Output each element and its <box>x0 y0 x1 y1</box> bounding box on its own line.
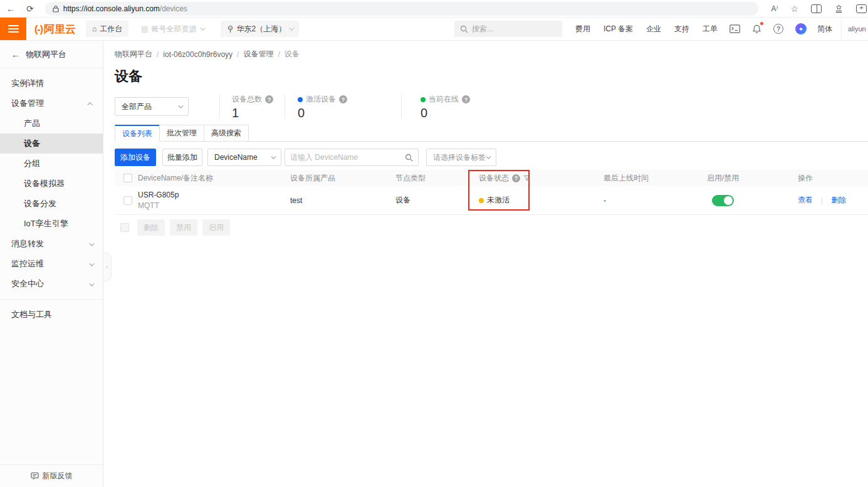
tab-actions-icon[interactable]: + <box>856 4 867 13</box>
feedback-icon <box>31 472 39 480</box>
terminal-icon[interactable] <box>729 24 740 33</box>
logo-bracket: (-) <box>34 24 43 35</box>
device-protocol: MQTT <box>138 201 159 211</box>
nav-link-enterprise[interactable]: 企业 <box>646 24 661 34</box>
stat-online-devices: 当前在线 ? 0 <box>421 95 483 118</box>
region-selector[interactable]: 华东2（上海） <box>221 21 300 37</box>
sidebar-item-groups[interactable]: 分组 <box>0 154 103 174</box>
sidebar-item-iot-twin-engine[interactable]: IoT孪生引擎 <box>0 214 103 234</box>
sidebar-item-device-simulator[interactable]: 设备模拟器 <box>0 174 103 194</box>
nav-link-billing[interactable]: 费用 <box>575 24 590 34</box>
stat-total-value: 1 <box>232 107 285 119</box>
aliyun-logo[interactable]: (-) 阿里云 <box>34 22 76 36</box>
device-toolbar: 添加设备 批量添加 DeviceName 请选择设备标签 <box>115 149 868 166</box>
help-circle-icon[interactable]: ? <box>512 174 520 182</box>
batch-select-checkbox[interactable] <box>120 223 129 232</box>
sidebar-item-instance-details[interactable]: 实例详情 <box>0 73 103 93</box>
tab-batch-management[interactable]: 批次管理 <box>159 125 204 142</box>
product-filter-dropdown[interactable]: 全部产品 <box>115 97 189 116</box>
sidebar-group-device-management[interactable]: 设备管理 <box>0 93 103 113</box>
browser-back-icon[interactable]: ← <box>6 4 15 13</box>
search-type-dropdown[interactable]: DeviceName <box>207 149 281 166</box>
table-row: USR-G805p MQTT test 设备 未激活 - 查看 | 删除 <box>115 186 868 215</box>
device-search-box <box>285 149 419 166</box>
back-arrow-icon[interactable]: ← <box>11 50 20 60</box>
sidebar-item-products[interactable]: 产品 <box>0 113 103 134</box>
lock-icon <box>53 5 59 13</box>
split-screen-icon[interactable] <box>811 4 822 13</box>
chevron-down-icon <box>289 25 294 30</box>
breadcrumb-current: 设备 <box>285 49 300 60</box>
collections-icon[interactable] <box>834 4 844 13</box>
workbench-button[interactable]: ⌂ 工作台 <box>86 21 128 37</box>
account-resources-dropdown[interactable]: ▤ 账号全部资源 <box>141 24 203 34</box>
online-dot <box>421 97 426 102</box>
delete-link[interactable]: 删除 <box>831 195 846 206</box>
sidebar-title: 物联网平台 <box>26 49 66 60</box>
device-table: DeviceName/备注名称 设备所属产品 节点类型 设备状态 ? 最后上线时… <box>115 170 868 215</box>
help-circle-icon[interactable]: ? <box>265 95 273 103</box>
grid-icon: ▤ <box>141 24 148 33</box>
global-search-input[interactable] <box>472 24 557 33</box>
col-last-online: 最后上线时间 <box>600 173 704 184</box>
notification-dot <box>760 22 763 25</box>
address-bar[interactable]: https://iot.console.aliyun.com/devices <box>45 2 759 16</box>
batch-add-button[interactable]: 批量添加 <box>162 149 202 166</box>
device-name[interactable]: USR-G805p <box>138 191 179 200</box>
browser-toolbar: ← ⟳ https://iot.console.aliyun.com/devic… <box>0 0 868 18</box>
tab-device-list[interactable]: 设备列表 <box>115 125 160 142</box>
sidebar-divider <box>0 299 103 300</box>
sidebar-item-device-distribution[interactable]: 设备分发 <box>0 194 103 214</box>
table-header: DeviceName/备注名称 设备所属产品 节点类型 设备状态 ? 最后上线时… <box>115 170 868 186</box>
read-aloud-icon[interactable]: A⁾ <box>771 5 778 13</box>
logo-text: 阿里云 <box>44 22 76 36</box>
nav-link-ticket[interactable]: 工单 <box>703 24 718 34</box>
batch-disable-button[interactable]: 禁用 <box>170 219 197 236</box>
breadcrumb-item[interactable]: 物联网平台 <box>115 49 152 60</box>
feedback-button[interactable]: 新版反馈 <box>0 464 103 487</box>
nav-link-icp[interactable]: ICP 备案 <box>604 24 633 34</box>
tag-filter-dropdown[interactable]: 请选择设备标签 <box>426 149 496 166</box>
breadcrumb-item[interactable]: iot-06z00c0h9r6voyy <box>163 50 233 59</box>
help-icon[interactable]: ? <box>773 24 783 34</box>
top-navbar: (-) 阿里云 ⌂ 工作台 ▤ 账号全部资源 华东2（上海） 费用 ICP 备案… <box>0 18 868 41</box>
sidebar-group-monitoring-ops[interactable]: 监控运维 <box>0 254 103 274</box>
username[interactable]: aliyun <box>848 25 868 33</box>
view-link[interactable]: 查看 <box>798 195 813 206</box>
chevron-down-icon <box>271 154 276 159</box>
sidebar-item-devices[interactable]: 设备 <box>0 134 103 154</box>
batch-enable-button[interactable]: 启用 <box>202 219 230 236</box>
add-device-button[interactable]: 添加设备 <box>115 149 156 166</box>
sidebar-group-message-forwarding[interactable]: 消息转发 <box>0 234 103 254</box>
select-all-checkbox[interactable] <box>123 174 132 182</box>
row-checkbox[interactable] <box>123 196 132 205</box>
sidebar-group-security-center[interactable]: 安全中心 <box>0 274 103 294</box>
chevron-down-icon <box>200 25 205 30</box>
url-path: /devices <box>160 4 187 13</box>
hamburger-menu-icon[interactable] <box>0 18 26 41</box>
chevron-down-icon <box>89 241 94 246</box>
sidebar-collapse-handle[interactable]: ‹ <box>103 253 112 281</box>
sidebar-item-docs-tools[interactable]: 文档与工具 <box>0 305 103 325</box>
chevron-up-icon <box>87 102 92 107</box>
language-switch[interactable]: 简体 <box>817 24 832 34</box>
global-search[interactable] <box>454 21 562 37</box>
help-circle-icon[interactable]: ? <box>339 95 347 103</box>
breadcrumb-item[interactable]: 设备管理 <box>243 49 273 60</box>
bell-icon[interactable] <box>752 24 761 34</box>
col-enable-disable: 启用/禁用 <box>704 173 795 184</box>
filter-funnel-icon[interactable] <box>523 175 530 182</box>
help-circle-icon[interactable]: ? <box>462 95 470 103</box>
search-icon[interactable] <box>405 154 413 162</box>
stat-activated-value: 0 <box>298 107 401 119</box>
nav-link-support[interactable]: 支持 <box>674 24 689 34</box>
batch-delete-button[interactable]: 删除 <box>137 219 165 236</box>
breadcrumb: 物联网平台 / iot-06z00c0h9r6voyy / 设备管理 / 设备 <box>115 41 868 60</box>
activated-dot <box>298 97 303 102</box>
device-search-input[interactable] <box>290 153 405 162</box>
rewards-icon[interactable]: ✦ <box>795 23 807 34</box>
tab-advanced-search[interactable]: 高级搜索 <box>204 125 249 142</box>
favorite-star-icon[interactable]: ☆ <box>790 4 798 13</box>
enable-toggle[interactable] <box>712 195 734 206</box>
browser-refresh-icon[interactable]: ⟳ <box>26 4 34 13</box>
